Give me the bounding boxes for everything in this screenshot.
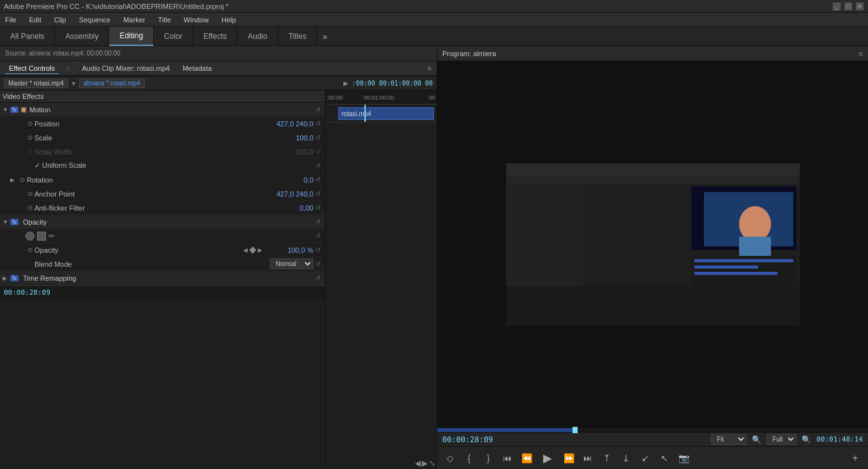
opacity-keyframe-diamond[interactable] — [249, 246, 256, 253]
blend-mode-select[interactable]: Normal Dissolve Multiply Screen Overlay — [270, 258, 313, 269]
tab-all-panels[interactable]: All Panels — [0, 27, 55, 46]
motion-reset[interactable]: ↺ — [313, 105, 322, 114]
monitor-preview — [506, 163, 800, 326]
tab-audio[interactable]: Audio — [237, 27, 278, 46]
antiflicker-reset[interactable]: ↺ — [313, 204, 322, 212]
prev-frame-btn[interactable]: ◀ — [415, 459, 421, 468]
expand-timeline-btn[interactable]: ⤡ — [429, 459, 435, 468]
source-label: Source: almiera: rotasi.mp4: 00:00:00:00 — [5, 50, 121, 57]
stopwatch-opacity[interactable]: ⊙ — [26, 246, 34, 255]
minimize-button[interactable]: _ — [832, 2, 841, 11]
extract-btn[interactable]: ⤓ — [618, 450, 634, 466]
next-frame-btn[interactable]: ▶ — [422, 459, 428, 468]
square-shape[interactable] — [37, 232, 46, 241]
pen-tool[interactable]: ✏ — [49, 232, 55, 241]
tab-audio-mixer[interactable]: Audio Clip Mixer: rotasi.mp4 — [78, 63, 174, 73]
tab-more[interactable]: » — [317, 31, 333, 41]
uniform-scale-reset[interactable]: ↺ — [313, 161, 322, 170]
rotation-label: Rotation — [27, 176, 262, 184]
stopwatch-antiflicker[interactable]: ⊙ — [26, 204, 34, 212]
stopwatch-scale[interactable]: ⊙ — [26, 133, 34, 142]
tab-effects[interactable]: Effects — [193, 27, 237, 46]
maximize-button[interactable]: □ — [844, 2, 853, 11]
insert-btn[interactable]: ↙ — [638, 450, 653, 466]
stopwatch-position[interactable]: ⊙ — [26, 119, 34, 128]
expand-time-remapping[interactable]: ▶ — [3, 275, 10, 281]
menu-title[interactable]: Title — [155, 15, 173, 25]
clip-rotasi[interactable]: rotasi.mp4 — [338, 107, 434, 120]
effect-timeline-area: :00:00 00:01:00:00 00 rotasi.mp4 ◀ ▶ ⤡ — [326, 91, 437, 469]
scale-width-label: Scale Width — [34, 148, 262, 156]
zoom-icon[interactable]: 🔍 — [752, 435, 761, 444]
circle-shape[interactable] — [26, 232, 34, 241]
monitor-header: Program: almiera ≡ — [437, 46, 868, 61]
scale-value[interactable]: 100,0 — [262, 134, 313, 142]
anchor-reset[interactable]: ↺ — [313, 190, 322, 198]
panel-menu-icon[interactable]: ≡ — [428, 64, 431, 72]
tab-titles[interactable]: Titles — [278, 27, 317, 46]
position-reset[interactable]: ↺ — [313, 119, 322, 128]
opacity-right-arrow[interactable]: ▶ — [258, 247, 262, 253]
monitor-menu[interactable]: ≡ — [859, 50, 863, 57]
lift-btn[interactable]: ⤒ — [599, 450, 615, 466]
opacity-reset[interactable]: ↺ — [313, 218, 322, 227]
tab-assembly[interactable]: Assembly — [55, 27, 109, 46]
blend-mode-row: Blend Mode Normal Dissolve Multiply Scre… — [0, 257, 325, 271]
opacity-value[interactable]: 100,0 % — [262, 246, 313, 254]
tab-color[interactable]: Color — [154, 27, 193, 46]
in-point-btn[interactable]: { — [461, 450, 477, 466]
expand-motion[interactable]: ▼ — [3, 107, 10, 113]
motion-row: ▼ fx ▣ Motion ↺ — [0, 103, 325, 117]
scale-width-reset[interactable]: ↺ — [313, 147, 322, 156]
expand-opacity[interactable]: ▼ — [3, 219, 10, 225]
step-fwd-btn[interactable]: ⏩ — [561, 450, 576, 466]
antiflicker-value[interactable]: 0,00 — [262, 204, 313, 212]
rotation-reset[interactable]: ↺ — [313, 175, 322, 184]
play-btn[interactable]: ▶ — [538, 449, 557, 468]
menu-window[interactable]: Window — [181, 15, 211, 25]
position-row: ⊙ Position 427,0 240,0 ↺ — [0, 117, 325, 131]
tab-editing[interactable]: Editing — [109, 27, 154, 46]
opacity-reset-btn[interactable]: ↺ — [313, 246, 322, 255]
stopwatch-anchor[interactable]: ⊙ — [26, 190, 34, 198]
overwrite-btn[interactable]: ↖ — [657, 450, 672, 466]
close-button[interactable]: ✕ — [855, 2, 864, 11]
menu-clip[interactable]: Clip — [52, 15, 69, 25]
master-dropdown[interactable]: Master * rotasi.mp4 — [4, 78, 68, 88]
opacity-left-arrow[interactable]: ◀ — [243, 247, 248, 253]
effect-body: Video Effects ▼ fx ▣ Motion ↺ ⊙ Position… — [0, 91, 437, 469]
effect-timeline-ruler: :00:00 00:01:00:00 00 — [326, 91, 437, 105]
fit-dropdown[interactable]: Fit 25% 50% 100% — [711, 434, 747, 445]
time-remapping-reset[interactable]: ↺ — [313, 274, 322, 283]
out-point-btn[interactable]: } — [481, 450, 496, 466]
blend-reset[interactable]: ↺ — [313, 260, 322, 269]
menu-marker[interactable]: Marker — [121, 15, 147, 25]
expand-rotation[interactable]: ▶ — [10, 177, 18, 183]
position-value[interactable]: 427,0 240,0 — [262, 120, 313, 128]
rotation-value[interactable]: 0,0 — [262, 176, 313, 184]
menu-edit[interactable]: Edit — [27, 15, 44, 25]
monitor-scrubber[interactable] — [437, 428, 868, 432]
goto-out-btn[interactable]: ⏭ — [580, 450, 595, 466]
step-back-btn[interactable]: ⏪ — [519, 450, 534, 466]
export-btn[interactable]: 📷 — [676, 450, 691, 466]
menu-file[interactable]: File — [3, 15, 19, 25]
quality-dropdown[interactable]: Full 1/2 1/4 — [767, 434, 797, 445]
tab-effect-controls[interactable]: Effect Controls — [5, 63, 59, 74]
opacity-shapes-reset[interactable]: ↺ — [313, 232, 322, 241]
uniform-scale-label[interactable]: ✓ Uniform Scale — [34, 161, 313, 170]
menu-help[interactable]: Help — [219, 15, 239, 25]
anchor-value[interactable]: 427,0 240,0 — [262, 190, 313, 198]
effect-timeline-controls: ◀ ▶ ⤡ — [414, 458, 437, 469]
svg-rect-11 — [694, 265, 758, 269]
goto-in-btn[interactable]: ⏮ — [500, 450, 515, 466]
marker-btn[interactable]: ◇ — [442, 450, 458, 466]
scrubber-head[interactable] — [572, 427, 578, 433]
stopwatch-rotation[interactable]: ⊙ — [18, 175, 27, 184]
effect-controls-top: Master * rotasi.mp4 ▼ almiera * rotasi.m… — [0, 77, 437, 91]
menu-sequence[interactable]: Sequence — [77, 15, 114, 25]
clip-dropdown[interactable]: almiera * rotasi.mp4 — [79, 78, 145, 88]
scale-reset[interactable]: ↺ — [313, 133, 322, 142]
tab-metadata[interactable]: Metadata — [179, 63, 216, 73]
add-btn[interactable]: + — [848, 450, 863, 466]
